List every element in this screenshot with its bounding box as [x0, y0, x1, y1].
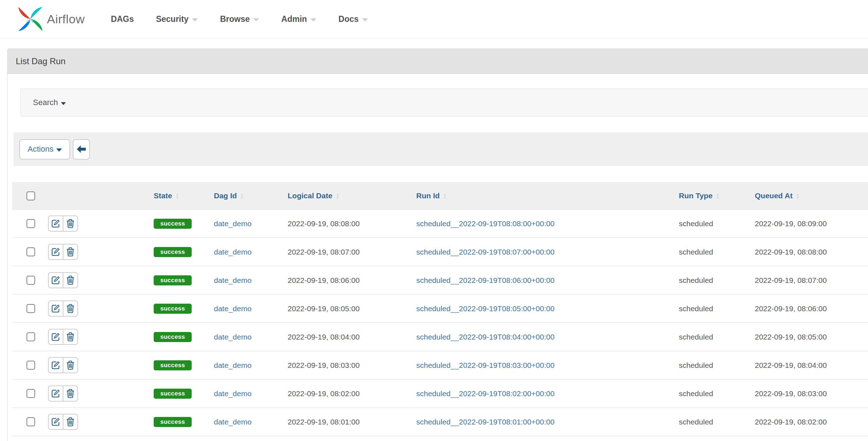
edit-button[interactable] [48, 244, 63, 260]
nav-item-admin[interactable]: Admin [270, 14, 327, 24]
column-header-state[interactable]: State↕ [149, 182, 209, 209]
edit-button[interactable] [48, 272, 63, 288]
actions-dropdown-button[interactable]: Actions [19, 139, 70, 160]
dag-id-link[interactable]: date_demo [214, 418, 251, 426]
run-id-link[interactable]: scheduled__2022-09-19T08:03:00+00:00 [416, 361, 555, 370]
edit-pencil-icon [51, 389, 61, 398]
nav-item-docs[interactable]: Docs [327, 14, 379, 24]
edit-button[interactable] [48, 385, 63, 402]
nav-item-browse[interactable]: Browse [209, 14, 270, 24]
column-header-label: Run Id [416, 191, 440, 200]
table-body: success date_demo 2022-09-19, 08:08:00 s… [12, 210, 868, 436]
table-row: success date_demo 2022-09-19, 08:08:00 s… [12, 210, 868, 238]
sort-icon: ↕ [716, 191, 720, 200]
run-id-link[interactable]: scheduled__2022-09-19T08:08:00+00:00 [416, 219, 555, 228]
delete-button[interactable] [63, 300, 78, 317]
table-header-row: State↕Dag Id↕Logical Date↕Run Id↕Run Typ… [12, 182, 868, 210]
row-checkbox[interactable] [27, 247, 35, 256]
run-id-link[interactable]: scheduled__2022-09-19T08:05:00+00:00 [416, 304, 555, 313]
delete-button[interactable] [63, 272, 78, 288]
row-checkbox[interactable] [27, 304, 35, 313]
list-dag-run-panel: List Dag Run Search Actions State↕Dag Id… [7, 48, 868, 441]
caret-down-icon [192, 18, 198, 22]
dag-id-link[interactable]: date_demo [214, 248, 251, 256]
dag-id-link[interactable]: date_demo [214, 389, 251, 398]
row-checkbox[interactable] [27, 276, 35, 285]
delete-button[interactable] [63, 357, 78, 373]
sort-icon: ↕ [336, 191, 340, 200]
edit-pencil-icon [51, 417, 61, 427]
delete-button[interactable] [63, 329, 78, 345]
edit-button[interactable] [48, 215, 63, 232]
edit-button[interactable] [48, 357, 63, 373]
run-id-link[interactable]: scheduled__2022-09-19T08:06:00+00:00 [416, 276, 555, 285]
row-action-buttons [48, 244, 78, 260]
row-checkbox[interactable] [27, 361, 35, 370]
edit-button[interactable] [48, 300, 63, 317]
back-button[interactable] [73, 139, 90, 160]
column-header-queued_at[interactable]: Queued At↕ [750, 182, 868, 209]
column-header-logical_date[interactable]: Logical Date↕ [283, 182, 412, 209]
trash-icon [66, 304, 75, 313]
row-action-buttons [48, 272, 78, 288]
arrow-left-icon [76, 144, 87, 154]
queued-at-value: 2022-09-19, 08:07:00 [755, 276, 827, 285]
search-collapse-toggle[interactable]: Search [20, 89, 868, 117]
table-row: success date_demo 2022-09-19, 08:05:00 s… [12, 295, 868, 323]
row-checkbox[interactable] [27, 332, 35, 341]
logical-date-value: 2022-09-19, 08:04:00 [288, 333, 360, 341]
sort-icon: ↕ [796, 191, 800, 200]
delete-button[interactable] [63, 215, 78, 232]
run-id-link[interactable]: scheduled__2022-09-19T08:01:00+00:00 [416, 418, 555, 426]
queued-at-value: 2022-09-19, 08:05:00 [755, 333, 827, 341]
dag-id-link[interactable]: date_demo [214, 219, 251, 228]
delete-button[interactable] [63, 385, 78, 402]
logical-date-value: 2022-09-19, 08:02:00 [288, 389, 360, 398]
run-type-value: scheduled [679, 389, 713, 398]
dag-id-link[interactable]: date_demo [214, 276, 251, 285]
run-id-link[interactable]: scheduled__2022-09-19T08:02:00+00:00 [416, 389, 555, 398]
state-badge: success [154, 219, 192, 229]
row-action-buttons [48, 215, 78, 232]
column-header-run_type[interactable]: Run Type↕ [675, 182, 750, 209]
nav-item-security[interactable]: Security [145, 14, 209, 24]
search-label: Search [33, 98, 58, 107]
nav-item-dags[interactable]: DAGs [100, 14, 145, 24]
dag-id-link[interactable]: date_demo [214, 333, 251, 341]
row-checkbox[interactable] [27, 219, 35, 228]
main-menu: DAGsSecurityBrowseAdminDocs [100, 14, 379, 24]
table-row: success date_demo 2022-09-19, 08:04:00 s… [12, 323, 868, 351]
panel-heading: List Dag Run [8, 49, 868, 74]
queued-at-value: 2022-09-19, 08:02:00 [755, 418, 827, 426]
edit-button[interactable] [48, 329, 63, 345]
edit-button[interactable] [48, 414, 63, 430]
state-badge: success [154, 275, 192, 285]
run-type-value: scheduled [679, 219, 713, 228]
airflow-brand-link[interactable]: Airflow [16, 5, 85, 33]
run-type-value: scheduled [679, 333, 713, 341]
queued-at-value: 2022-09-19, 08:03:00 [755, 389, 827, 398]
logical-date-value: 2022-09-19, 08:03:00 [288, 361, 360, 370]
edit-pencil-icon [51, 247, 61, 257]
run-id-link[interactable]: scheduled__2022-09-19T08:07:00+00:00 [416, 248, 555, 256]
trash-icon [66, 219, 75, 228]
run-id-link[interactable]: scheduled__2022-09-19T08:04:00+00:00 [416, 333, 555, 341]
row-checkbox[interactable] [27, 417, 35, 426]
delete-button[interactable] [63, 244, 78, 260]
logical-date-value: 2022-09-19, 08:06:00 [288, 276, 360, 285]
state-badge: success [154, 304, 192, 314]
airflow-pinwheel-icon [16, 5, 45, 33]
dag-id-link[interactable]: date_demo [214, 361, 251, 370]
column-header-label: Dag Id [214, 191, 237, 200]
delete-button[interactable] [63, 414, 78, 430]
logical-date-value: 2022-09-19, 08:07:00 [288, 248, 360, 256]
state-badge: success [154, 389, 192, 399]
column-header-label: Run Type [679, 191, 713, 200]
queued-at-value: 2022-09-19, 08:04:00 [755, 361, 827, 370]
row-checkbox[interactable] [27, 389, 35, 398]
queued-at-value: 2022-09-19, 08:08:00 [755, 248, 827, 256]
column-header-dag_id[interactable]: Dag Id↕ [209, 182, 283, 209]
select-all-checkbox[interactable] [27, 191, 35, 200]
column-header-run_id[interactable]: Run Id↕ [412, 182, 675, 209]
dag-id-link[interactable]: date_demo [214, 304, 251, 313]
